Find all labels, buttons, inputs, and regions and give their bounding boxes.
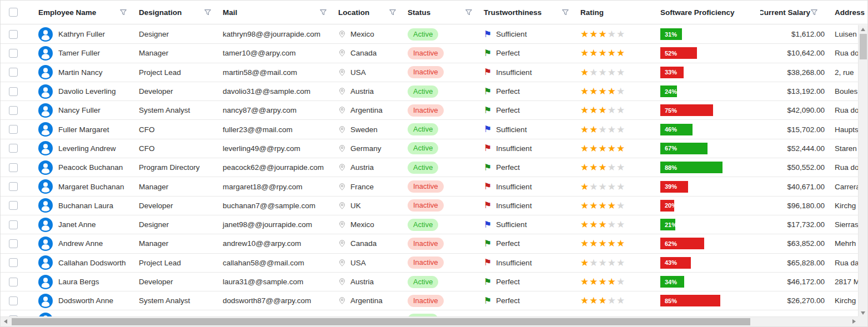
- row-checkbox[interactable]: [9, 220, 18, 229]
- vertical-scrollbar-thumb[interactable]: [860, 34, 867, 59]
- row-checkbox[interactable]: [9, 68, 18, 77]
- row-select-cell[interactable]: [1, 239, 32, 248]
- row-select-cell[interactable]: [1, 106, 32, 115]
- current-salary-cell: $96,180.00: [760, 202, 828, 210]
- row-checkbox[interactable]: [9, 258, 18, 267]
- location-text: Germany: [350, 144, 382, 153]
- header-cell-designation[interactable]: Designation: [134, 1, 218, 24]
- trustworthiness-text: Perfect: [496, 163, 520, 172]
- header-cell-salary[interactable]: Current Salary: [760, 1, 828, 24]
- table-row[interactable]: Margaret BuchananManagermargaret18@@rpy.…: [1, 177, 858, 196]
- table-row[interactable]: Martin NancyProject Leadmartin58@@mail.c…: [1, 63, 858, 82]
- row-select-cell[interactable]: [1, 87, 32, 96]
- table-row[interactable]: Davolio LeverlingDeveloperdavolio31@@sam…: [1, 82, 858, 101]
- proficiency-bar: 21%: [660, 219, 675, 230]
- row-select-cell[interactable]: [1, 49, 32, 58]
- filter-funnel-icon[interactable]: [389, 8, 397, 16]
- filter-funnel-icon[interactable]: [561, 8, 569, 16]
- row-checkbox[interactable]: [9, 144, 18, 153]
- table-row[interactable]: Tamer FullerManagertamer10@@arpy.comCana…: [1, 44, 858, 63]
- header-cell-name[interactable]: Employee Name: [32, 1, 134, 24]
- scroll-up-icon[interactable]: [861, 28, 865, 31]
- row-checkbox[interactable]: [9, 106, 18, 115]
- trustworthiness-text: Insufficient: [496, 68, 531, 77]
- employee-name-text: Leverling Andrew: [58, 144, 116, 153]
- proficiency-bar: 24%: [660, 85, 677, 97]
- row-checkbox[interactable]: [9, 30, 18, 39]
- employee-name-text: Fuller Margaret: [58, 125, 109, 134]
- table-row[interactable]: Buchanan LauraDeveloperbuchanan7@@sample…: [1, 197, 858, 215]
- row-select-cell[interactable]: [1, 182, 32, 191]
- row-checkbox[interactable]: [9, 239, 18, 248]
- row-checkbox[interactable]: [9, 163, 18, 172]
- status-badge: Active: [408, 162, 438, 174]
- header-cell-address[interactable]: Address: [828, 1, 867, 24]
- trustworthiness-text: Insufficient: [496, 202, 531, 210]
- map-pin-icon: [338, 259, 346, 267]
- table-row[interactable]: Dodsworth AnneSystem Analystdodsworth87@…: [1, 291, 858, 310]
- mail-cell: laura31@@sample.com: [218, 278, 334, 286]
- table-row[interactable]: Leverling AndrewCFOleverling49@@rpy.comG…: [1, 139, 858, 158]
- horizontal-scrollbar-thumb[interactable]: [12, 318, 750, 325]
- location-text: Mexico: [350, 220, 374, 229]
- filter-funnel-icon[interactable]: [204, 8, 212, 16]
- header-cell-select[interactable]: [1, 1, 32, 24]
- scroll-left-icon[interactable]: [4, 319, 7, 324]
- row-checkbox[interactable]: [9, 182, 18, 191]
- header-cell-location[interactable]: Location: [334, 1, 403, 24]
- filter-funnel-icon[interactable]: [119, 8, 127, 16]
- select-all-checkbox[interactable]: [9, 8, 18, 17]
- scroll-down-icon[interactable]: [861, 311, 865, 315]
- vertical-scrollbar[interactable]: [858, 25, 867, 318]
- row-select-cell[interactable]: [1, 125, 32, 134]
- table-row[interactable]: Callahan DodsworthProject Leadcallahan58…: [1, 254, 858, 273]
- software-proficiency-cell: 43%: [656, 257, 760, 269]
- row-select-cell[interactable]: [1, 68, 32, 77]
- status-badge: Active: [408, 219, 438, 231]
- row-select-cell[interactable]: [1, 258, 32, 267]
- flag-icon: ⚑: [484, 68, 491, 77]
- location-text: Mexico: [350, 30, 374, 38]
- trustworthiness-cell: ⚑Sufficient: [479, 125, 576, 134]
- row-select-cell[interactable]: [1, 163, 32, 172]
- location-text: Austria: [350, 163, 374, 172]
- row-checkbox[interactable]: [9, 125, 18, 134]
- filter-funnel-icon[interactable]: [319, 8, 327, 16]
- filter-funnel-icon[interactable]: [810, 8, 818, 16]
- header-cell-status[interactable]: Status: [403, 1, 479, 24]
- mail-cell: kathryn98@@jourrapide.com: [218, 30, 334, 38]
- header-cell-trust[interactable]: Trustworthiness: [479, 1, 576, 24]
- table-row[interactable]: Nancy FullerSystem Analystnancy87@@arpy.…: [1, 101, 858, 120]
- row-select-cell[interactable]: [1, 144, 32, 153]
- scroll-right-icon[interactable]: [852, 319, 856, 324]
- table-row[interactable]: Andrew AnneManagerandrew10@@arpy.comCana…: [1, 234, 858, 253]
- flag-icon: ⚑: [484, 239, 491, 248]
- filter-funnel-icon[interactable]: [465, 8, 473, 16]
- header-cell-rating[interactable]: Rating: [576, 1, 656, 24]
- table-row[interactable]: Janet AnneDesignerjanet98@@jourrapide.co…: [1, 215, 858, 234]
- location-text: Canada: [350, 239, 377, 248]
- row-select-cell[interactable]: [1, 278, 32, 286]
- table-row[interactable]: Laura BergsDeveloperlaura31@@sample.comA…: [1, 273, 858, 291]
- flag-icon: ⚑: [484, 182, 491, 191]
- horizontal-scrollbar[interactable]: [1, 316, 858, 326]
- row-checkbox[interactable]: [9, 49, 18, 58]
- table-row[interactable]: Kathryn FullerDesignerkathryn98@@jourrap…: [1, 25, 858, 44]
- table-row[interactable]: Peacock BuchananProgram Directorypeacock…: [1, 158, 858, 177]
- row-checkbox[interactable]: [9, 278, 18, 286]
- trustworthiness-cell: ⚑Insufficient: [479, 182, 576, 191]
- row-checkbox[interactable]: [9, 296, 18, 305]
- current-salary-cell: $17,732.00: [760, 220, 828, 229]
- table-row[interactable]: Fuller MargaretCFOfuller23@@mail.comSwed…: [1, 120, 858, 139]
- row-select-cell[interactable]: [1, 220, 32, 229]
- employee-name-cell: Kathryn Fuller: [32, 27, 134, 42]
- status-cell: Inactive: [403, 256, 479, 269]
- header-cell-proficiency[interactable]: Software Proficiency: [656, 1, 760, 24]
- row-checkbox[interactable]: [9, 201, 18, 210]
- row-checkbox[interactable]: [9, 87, 18, 96]
- header-cell-mail[interactable]: Mail: [218, 1, 334, 24]
- row-select-cell[interactable]: [1, 296, 32, 305]
- row-select-cell[interactable]: [1, 30, 32, 39]
- star-rating-icons: ★★★★★: [580, 277, 625, 286]
- row-select-cell[interactable]: [1, 201, 32, 210]
